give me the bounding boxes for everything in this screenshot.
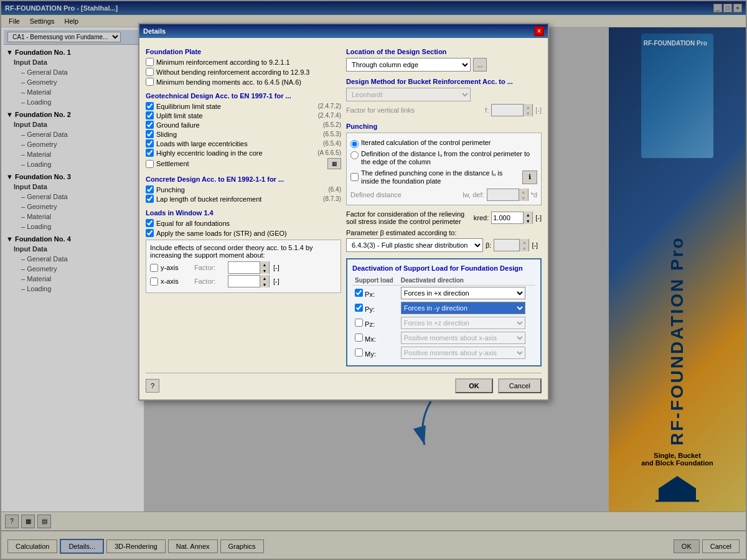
punching-checkbox-row: The defined punching cone in the distanc… [350, 169, 537, 185]
loads-apply-row: Apply the same loads for (STR) and (GEO) [146, 229, 341, 237]
dialog-ok-button[interactable]: OK [455, 378, 493, 393]
deact-col2-header: Deactivated direction [398, 276, 535, 286]
concrete-section: Concrete Design Acc. to EN 1992-1-1 for … [146, 175, 341, 203]
geo-check-1[interactable] [146, 111, 154, 119]
dialog-left-col: Foundation Plate Minimum reinforcement a… [146, 44, 341, 366]
design-method-dropdown[interactable]: Leonhardt [346, 88, 471, 101]
dialog-footer-right: OK Cancel [455, 378, 542, 393]
deact-row-4: My:Positive moments about y-axis [352, 345, 535, 360]
punching-info-btn[interactable]: ℹ [522, 170, 537, 184]
deact-header: Deactivation of Support Load for Foundat… [352, 264, 535, 272]
dialog-title-text: Details [143, 27, 166, 35]
deact-check-4[interactable] [355, 348, 363, 357]
dialog-close-button[interactable]: × [534, 26, 544, 36]
kred-row: Factor for consideration of the relievin… [346, 210, 542, 225]
fp-label-0: Minimum reinforcement according to 9.2.1… [156, 58, 341, 66]
geo-more-btn-6[interactable]: ▦ [327, 158, 341, 169]
deact-select-2[interactable]: Forces in +z direction [401, 317, 525, 329]
fp-check-0[interactable] [146, 58, 154, 66]
x-axis-label: x-axis [161, 278, 192, 285]
beta-unit: [-] [532, 241, 538, 249]
dialog-help-button[interactable]: ? [146, 379, 159, 393]
y-axis-spin-down[interactable]: ▼ [260, 268, 269, 274]
y-axis-row: y-axis Factor: ▲ ▼ [-] [150, 261, 337, 274]
deact-select-0[interactable]: Forces in +x direction [401, 287, 525, 299]
geo-ref-3: (6.5.3) [323, 131, 341, 138]
dialog-footer-left: ? [146, 379, 159, 393]
location-dropdown[interactable]: Through column edge [346, 58, 471, 72]
geo-check-6[interactable] [146, 160, 154, 168]
x-axis-spin-down[interactable]: ▼ [260, 281, 269, 287]
beta-spin-down[interactable]: ▼ [520, 245, 529, 251]
punching-inside-check[interactable] [350, 173, 359, 181]
deact-select-4[interactable]: Positive moments about y-axis [401, 347, 525, 359]
punching-radio1[interactable] [350, 140, 359, 148]
concrete-row-0: Punching (6.4) [146, 185, 341, 194]
deact-row-2: Pz:Forces in +z direction [352, 315, 535, 330]
geo-ref-1: (2.4.7.4) [318, 112, 341, 119]
factor-spin-down[interactable]: ▼ [524, 110, 532, 116]
beta-spin-up[interactable]: ▲ [520, 239, 529, 245]
loads-apply-check[interactable] [146, 229, 154, 237]
app-window: RF-FOUNDATION Pro - [Stahlhal...] _ □ × … [0, 0, 747, 560]
geo-row-4: Loads with large eccentricities(6.5.4) [146, 139, 341, 147]
geotechnical-section: Geotechnical Design Acc. to EN 1997-1 fo… [146, 92, 341, 169]
geo-check-5[interactable] [146, 149, 154, 157]
geo-check-4[interactable] [146, 139, 154, 147]
concrete-label-0: Punching [156, 186, 185, 194]
y-axis-check[interactable] [150, 264, 158, 272]
loads-equal-check[interactable] [146, 219, 154, 227]
deact-check-2[interactable] [355, 319, 363, 327]
y-axis-spin-up[interactable]: ▲ [260, 261, 269, 268]
punching-header: Punching [346, 123, 542, 130]
geotechnical-header: Geotechnical Design Acc. to EN 1997-1 fo… [146, 92, 341, 100]
dialog-body: Foundation Plate Minimum reinforcement a… [139, 38, 548, 399]
concrete-check-1[interactable] [146, 195, 154, 203]
geo-ref-2: (6.5.2) [323, 121, 341, 128]
location-extra-btn[interactable]: ... [473, 58, 487, 72]
x-axis-spin-up[interactable]: ▲ [260, 275, 269, 281]
kred-spin-up[interactable]: ▲ [524, 212, 532, 218]
geo-check-0[interactable] [146, 102, 154, 110]
y-axis-value[interactable] [228, 262, 260, 273]
beta-value[interactable] [494, 240, 519, 251]
deact-select-3[interactable]: Positive moments about x-axis [401, 332, 525, 344]
factor-spin-up[interactable]: ▲ [524, 104, 532, 110]
loads-header: Loads in Window 1.4 [146, 209, 341, 217]
x-axis-value[interactable] [228, 276, 260, 287]
deact-check-1[interactable] [355, 304, 363, 312]
concrete-check-0[interactable] [146, 185, 154, 194]
kred-value[interactable] [492, 212, 523, 223]
punching-radio2-row: Definition of the distance lᵤ from the c… [350, 150, 537, 166]
deact-load-label-2: Pz: [363, 320, 375, 328]
foundation-plate-section: Foundation Plate Minimum reinforcement a… [146, 48, 341, 86]
punching-radio2[interactable] [350, 151, 359, 159]
lw-spin-up[interactable]: ▲ [519, 189, 528, 195]
deact-check-3[interactable] [355, 334, 363, 342]
geo-check-3[interactable] [146, 130, 154, 138]
deactivation-section: Deactivation of Support Load for Foundat… [346, 258, 542, 366]
beta-dropdown[interactable]: 6.4.3(3) - Full plastic shear distributi… [346, 238, 483, 252]
fp-row-0: Minimum reinforcement according to 9.2.1… [146, 58, 341, 66]
fp-check-1[interactable] [146, 68, 154, 76]
x-axis-check[interactable] [150, 278, 158, 286]
beta-spin: ▲ ▼ [494, 239, 529, 251]
lw-spin: ▲ ▼ [487, 189, 529, 201]
geo-check-2[interactable] [146, 121, 154, 129]
fp-label-2: Minimum bending moments acc. to 6.4.5 (N… [156, 78, 341, 86]
factor-value[interactable] [492, 105, 523, 116]
concrete-header: Concrete Design Acc. to EN 1992-1-1 for … [146, 175, 341, 183]
fp-check-2[interactable] [146, 78, 154, 86]
punching-checkbox-label: The defined punching cone in the distanc… [361, 169, 520, 185]
lw-value[interactable] [487, 189, 519, 200]
dialog-cancel-button[interactable]: Cancel [498, 378, 542, 393]
foundation-plate-header: Foundation Plate [146, 48, 341, 55]
punching-box: Iterated calculation of the control peri… [346, 133, 542, 205]
lw-spin-down[interactable]: ▼ [519, 195, 528, 201]
x-axis-unit: [-] [273, 278, 280, 285]
kred-spin-down[interactable]: ▼ [524, 218, 532, 224]
deact-select-1[interactable]: Forces in -y direction [401, 302, 525, 314]
deact-check-0[interactable] [355, 289, 363, 297]
lw-label: lw, def: [463, 191, 484, 198]
geo-label-2: Ground failure [156, 121, 200, 129]
